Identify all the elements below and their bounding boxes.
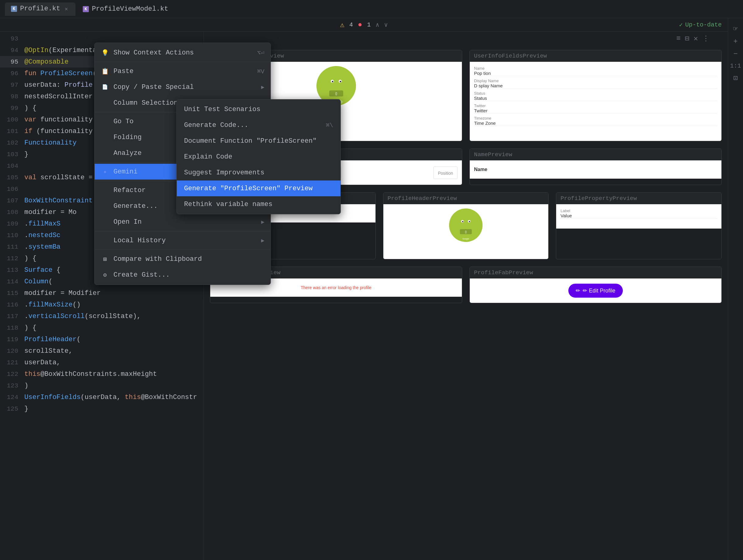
preview-toolbar: ≡ ⊟ ✕ ⋮ xyxy=(676,34,709,43)
svg-point-4 xyxy=(332,81,333,83)
code-line-121: 121 userData, xyxy=(0,357,204,368)
code-line-118: 118 ) { xyxy=(0,322,204,334)
code-line-123: 123 ) xyxy=(0,380,204,391)
toolbar-close-icon[interactable]: ✕ xyxy=(694,34,698,43)
tab-close-profile[interactable]: ✕ xyxy=(63,6,70,12)
menu-item-copy-paste-special[interactable]: 📄 Copy / Paste Special ▶ xyxy=(95,79,270,95)
preview-card-fab: ProfileFabPreview ✏ ✏ Edit Profile xyxy=(470,267,722,303)
compare-icon: ⊞ xyxy=(101,255,109,263)
field-status: Status Status xyxy=(474,91,717,101)
user-info-fields: Name Pop tion Display Name D splay Name … xyxy=(474,66,717,126)
hand-tool-icon[interactable]: ☞ xyxy=(733,24,738,33)
property-value: Value xyxy=(561,213,717,218)
submenu-generate-code[interactable]: Generate Code... ⌘\ xyxy=(177,117,341,133)
svg-point-23 xyxy=(462,221,464,222)
right-toolbar: ☞ + − 1:1 ⊡ xyxy=(728,18,743,560)
preview-title-user-info: UserInfoFieldsPreview xyxy=(470,50,722,62)
paste-label: Paste xyxy=(114,68,253,75)
checkmark-icon: ✓ xyxy=(679,21,683,29)
submenu-generate-preview[interactable]: Generate "ProfileScreen" Preview xyxy=(177,180,341,196)
copy-paste-arrow: ▶ xyxy=(261,84,264,90)
tab-profile-kt[interactable]: K Profile.kt ✕ xyxy=(5,2,76,16)
menu-item-paste[interactable]: 📋 Paste ⌘V xyxy=(95,63,270,79)
submenu-rethink-variables[interactable]: Rethink variable names xyxy=(177,196,341,212)
chevron-up[interactable]: ∧ xyxy=(376,21,379,29)
up-to-date-label: Up-to-date xyxy=(685,21,722,28)
preview-card-name: NamePreview Name xyxy=(470,148,722,185)
toolbar-split-icon[interactable]: ⊟ xyxy=(685,34,689,43)
fit-screen-icon[interactable]: ⊡ xyxy=(733,74,738,83)
preview-title-name: NamePreview xyxy=(470,149,722,160)
code-line-116: 116 .fillMaxSize() xyxy=(0,299,204,310)
menu-item-show-context-actions[interactable]: 💡 Show Context Actions ⌥⏎ xyxy=(95,45,270,60)
preview-body-property: Label Value xyxy=(556,204,722,228)
preview-title-property: ProfilePropertyPreview xyxy=(556,192,722,204)
suggest-improvements-label: Suggest Improvements xyxy=(184,169,264,176)
open-in-icon xyxy=(101,218,109,226)
open-in-arrow: ▶ xyxy=(261,218,264,225)
svg-point-26 xyxy=(459,211,461,213)
svg-point-9 xyxy=(342,69,344,71)
fab-button[interactable]: ✏ ✏ Edit Profile xyxy=(568,284,622,298)
document-function-label: Document Function "ProfileScreen" xyxy=(184,137,317,145)
toolbar-more-icon[interactable]: ⋮ xyxy=(702,34,709,43)
paste-icon: 📋 xyxy=(101,67,109,76)
submenu-document-function[interactable]: Document Function "ProfileScreen" xyxy=(177,133,341,149)
zoom-out-icon[interactable]: − xyxy=(733,50,738,58)
zoom-in-icon[interactable]: + xyxy=(733,37,738,46)
open-in-label: Open In xyxy=(114,218,257,226)
generate-code-label: Generate Code... xyxy=(184,121,248,129)
code-line-115: 115 modifier = Modifier xyxy=(0,287,204,299)
menu-item-compare-clipboard[interactable]: ⊞ Compare with Clipboard xyxy=(95,251,270,267)
warning-count: 4 xyxy=(349,21,353,28)
history-icon xyxy=(101,236,109,245)
svg-point-24 xyxy=(469,221,470,222)
separator-6 xyxy=(95,250,270,250)
preview-card-header: ProfileHeaderPreview xyxy=(383,192,549,259)
tab-icon-vm: K xyxy=(83,6,89,12)
up-to-date-status: ✓ Up-to-date xyxy=(679,21,722,29)
paste-shortcut: ⌘V xyxy=(257,68,264,75)
position-chip: Position xyxy=(433,167,457,179)
tab-label-vm: ProfileViewModel.kt xyxy=(92,5,168,13)
code-line-125: 125 } xyxy=(0,403,204,415)
property-label: Label xyxy=(561,209,717,213)
submenu-unit-test[interactable]: Unit Test Scenarios xyxy=(177,101,341,117)
svg-rect-31 xyxy=(477,226,481,229)
preview-card-property: ProfilePropertyPreview Label Value xyxy=(556,192,722,259)
separator-1 xyxy=(95,62,270,62)
menu-item-create-gist[interactable]: ⊙ Create Gist... xyxy=(95,267,270,283)
tab-profilevm-kt[interactable]: K ProfileViewModel.kt xyxy=(77,2,174,16)
android-mascot-header-icon: {} Google xyxy=(449,209,483,242)
goto-icon xyxy=(101,117,109,126)
generate-preview-label: Generate "ProfileScreen" Preview xyxy=(184,185,312,192)
svg-rect-30 xyxy=(451,226,455,229)
generate-icon xyxy=(101,202,109,210)
code-line-124: 124 UserInfoFields(userData, this@BoxWit… xyxy=(0,391,204,403)
gist-label: Create Gist... xyxy=(114,271,264,279)
code-line-120: 120 scrollState, xyxy=(0,345,204,357)
preview-title-fab: ProfileFabPreview xyxy=(470,267,722,278)
toolbar-grid-icon[interactable]: ≡ xyxy=(676,34,681,43)
menu-item-local-history[interactable]: Local History ▶ xyxy=(95,232,270,248)
submenu-explain-code[interactable]: Explain Code xyxy=(177,149,341,165)
gist-icon: ⊙ xyxy=(101,270,109,279)
svg-text:{}: {} xyxy=(465,230,467,233)
menu-item-open-in[interactable]: Open In ▶ xyxy=(95,214,270,230)
preview-card-user-info: UserInfoFieldsPreview Name Pop tion Disp… xyxy=(470,50,722,141)
svg-rect-12 xyxy=(349,87,354,90)
generate-code-shortcut: ⌘\ xyxy=(326,121,333,129)
column-icon xyxy=(101,99,109,107)
rethink-variables-label: Rethink variable names xyxy=(184,201,272,208)
submenu-suggest-improvements[interactable]: Suggest Improvements xyxy=(177,165,341,180)
preview-body-user-info: Name Pop tion Display Name D splay Name … xyxy=(470,62,722,141)
field-display-name: Display Name D splay Name xyxy=(474,79,717,89)
chevron-down[interactable]: ∨ xyxy=(384,21,388,29)
show-context-actions-shortcut: ⌥⏎ xyxy=(257,49,264,57)
local-history-arrow: ▶ xyxy=(261,237,264,244)
svg-text:Google: Google xyxy=(463,238,469,240)
folding-icon xyxy=(101,133,109,141)
separator-5 xyxy=(95,231,270,231)
file-status-bar: ⚠ 4 ● 1 ∧ ∨ ✓ Up-to-date xyxy=(0,18,728,32)
zoom-reset-icon[interactable]: 1:1 xyxy=(730,62,741,70)
